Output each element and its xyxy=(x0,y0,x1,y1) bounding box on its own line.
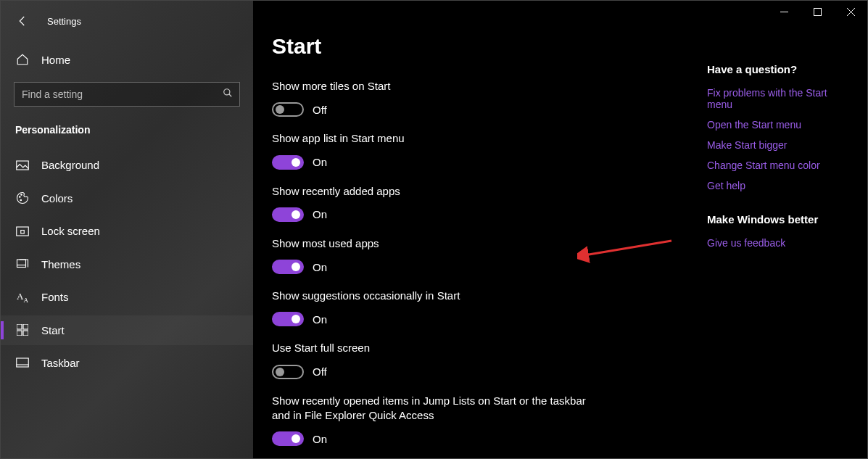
setting-full-screen: Use Start full screen Off xyxy=(272,341,664,379)
sidebar-item-label: Background xyxy=(41,159,99,171)
help-panel: Have a question? Fix problems with the S… xyxy=(707,34,846,444)
sidebar-item-label: Colors xyxy=(41,192,73,204)
help-link-open-start[interactable]: Open the Start menu xyxy=(707,119,846,131)
sidebar-item-label: Fonts xyxy=(41,291,69,303)
svg-rect-8 xyxy=(17,324,22,329)
toggle-state: On xyxy=(313,156,327,168)
sidebar-category: Personalization xyxy=(1,120,253,150)
svg-rect-11 xyxy=(23,331,28,336)
sidebar-item-label: Start xyxy=(41,324,65,336)
window-controls xyxy=(767,1,867,22)
home-icon xyxy=(15,53,30,66)
sidebar-item-label: Taskbar xyxy=(41,357,80,369)
toggle-state: On xyxy=(313,208,327,220)
sidebar-item-fonts[interactable]: AA Fonts xyxy=(1,282,253,313)
help-link-get-help[interactable]: Get help xyxy=(707,180,846,191)
svg-point-2 xyxy=(20,197,21,198)
toggle-show-app-list[interactable] xyxy=(272,155,304,170)
toggle-state: On xyxy=(313,433,327,445)
minimize-button[interactable] xyxy=(767,1,801,22)
setting-label: Show more tiles on Start xyxy=(272,79,605,94)
search-input[interactable] xyxy=(14,82,240,107)
toggle-recently-added[interactable] xyxy=(272,207,304,222)
svg-rect-15 xyxy=(814,8,821,15)
setting-show-app-list: Show app list in Start menu On xyxy=(272,131,664,169)
maximize-button[interactable] xyxy=(801,1,834,22)
taskbar-icon xyxy=(15,357,30,368)
toggle-state: Off xyxy=(313,104,327,116)
svg-point-3 xyxy=(21,194,22,196)
setting-label: Show recently opened items in Jump Lists… xyxy=(272,394,605,423)
svg-rect-12 xyxy=(17,358,29,367)
setting-recently-added: Show recently added apps On xyxy=(272,184,664,222)
picture-icon xyxy=(15,160,30,170)
page-title: Start xyxy=(272,34,664,59)
setting-label: Show most used apps xyxy=(272,236,605,251)
toggle-state: On xyxy=(313,313,327,326)
sidebar-item-taskbar[interactable]: Taskbar xyxy=(1,348,253,378)
svg-point-4 xyxy=(20,199,22,201)
start-icon xyxy=(15,324,30,336)
palette-icon xyxy=(15,191,30,204)
search-wrap xyxy=(14,82,240,107)
setting-label: Use Start full screen xyxy=(272,341,605,355)
feedback-heading: Make Windows better xyxy=(707,213,846,226)
lock-screen-icon xyxy=(15,226,30,236)
back-button[interactable] xyxy=(14,12,31,30)
toggle-state: Off xyxy=(313,365,327,378)
toggle-state: On xyxy=(313,261,327,273)
toggle-jump-lists[interactable] xyxy=(272,431,304,446)
setting-label: Show recently added apps xyxy=(272,184,605,199)
feedback-link[interactable]: Give us feedback xyxy=(707,237,846,249)
toggle-show-more-tiles[interactable] xyxy=(272,102,304,117)
help-link-change-color[interactable]: Change Start menu color xyxy=(707,160,846,171)
setting-suggestions: Show suggestions occasionally in Start O… xyxy=(272,289,664,326)
sidebar-home[interactable]: Home xyxy=(1,46,253,73)
svg-rect-7 xyxy=(17,260,26,268)
setting-jump-lists: Show recently opened items in Jump Lists… xyxy=(272,394,664,447)
setting-most-used: Show most used apps On xyxy=(272,236,664,274)
search-icon xyxy=(223,88,233,101)
setting-label: Show suggestions occasionally in Start xyxy=(272,289,605,303)
sidebar-item-background[interactable]: Background xyxy=(1,150,253,180)
sidebar-item-lock-screen[interactable]: Lock screen xyxy=(1,216,253,246)
help-heading: Have a question? xyxy=(707,63,846,75)
toggle-full-screen[interactable] xyxy=(272,365,304,379)
close-button[interactable] xyxy=(834,1,867,22)
sidebar-item-label: Lock screen xyxy=(41,225,100,237)
main-content: Start Show more tiles on Start Off Show … xyxy=(253,1,867,458)
sidebar-item-themes[interactable]: Themes xyxy=(1,249,253,279)
sidebar-home-label: Home xyxy=(41,54,70,66)
window-title: Settings xyxy=(47,16,81,27)
toggle-most-used[interactable] xyxy=(272,260,304,274)
sidebar: Settings Home Personalization Background xyxy=(1,1,253,458)
setting-show-more-tiles: Show more tiles on Start Off xyxy=(272,79,664,117)
svg-rect-5 xyxy=(17,227,29,236)
sidebar-item-start[interactable]: Start xyxy=(1,315,253,345)
svg-rect-9 xyxy=(23,324,28,329)
svg-point-0 xyxy=(224,89,230,95)
svg-rect-6 xyxy=(21,230,25,233)
setting-label: Show app list in Start menu xyxy=(272,131,605,146)
toggle-suggestions[interactable] xyxy=(272,312,304,326)
fonts-icon: AA xyxy=(15,291,30,304)
themes-icon xyxy=(15,257,30,270)
sidebar-item-colors[interactable]: Colors xyxy=(1,183,253,213)
help-link-make-bigger[interactable]: Make Start bigger xyxy=(707,139,846,151)
help-link-fix-problems[interactable]: Fix problems with the Start menu xyxy=(707,87,846,110)
svg-rect-10 xyxy=(17,331,22,336)
sidebar-item-label: Themes xyxy=(41,258,80,270)
